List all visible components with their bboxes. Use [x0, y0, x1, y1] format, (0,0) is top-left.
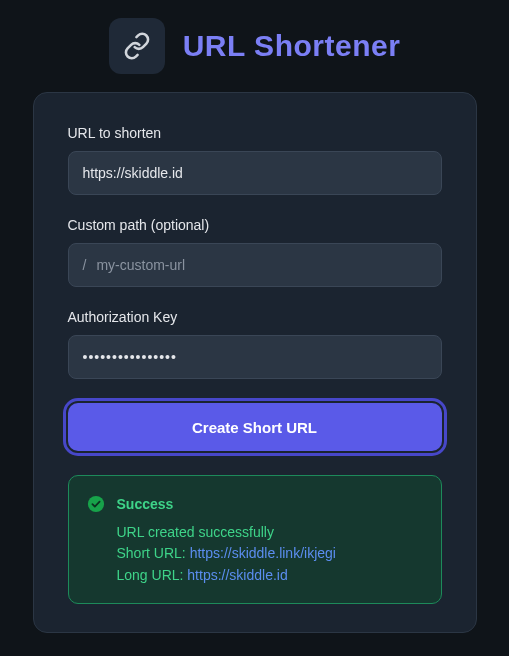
auth-field-group: Authorization Key [68, 309, 442, 379]
path-input-wrapper[interactable]: / [68, 243, 442, 287]
path-prefix: / [83, 257, 87, 273]
url-label: URL to shorten [68, 125, 442, 141]
app-logo [109, 18, 165, 74]
path-label: Custom path (optional) [68, 217, 442, 233]
long-url-link[interactable]: https://skiddle.id [187, 567, 287, 583]
path-input[interactable] [96, 257, 426, 273]
short-url-line: Short URL: https://skiddle.link/ikjegi [117, 543, 423, 565]
link-icon [123, 32, 151, 60]
success-panel: Success URL created successfully Short U… [68, 475, 442, 604]
create-short-url-button[interactable]: Create Short URL [68, 403, 442, 451]
svg-point-0 [87, 496, 103, 512]
check-circle-icon [87, 495, 105, 513]
long-url-label: Long URL: [117, 567, 184, 583]
success-message: URL created successfully [117, 522, 423, 544]
auth-label: Authorization Key [68, 309, 442, 325]
shortener-card: URL to shorten Custom path (optional) / … [33, 92, 477, 633]
app-title: URL Shortener [183, 29, 401, 63]
url-field-group: URL to shorten [68, 125, 442, 195]
path-field-group: Custom path (optional) / [68, 217, 442, 287]
short-url-label: Short URL: [117, 545, 186, 561]
short-url-link[interactable]: https://skiddle.link/ikjegi [190, 545, 336, 561]
long-url-line: Long URL: https://skiddle.id [117, 565, 423, 587]
url-input[interactable] [68, 151, 442, 195]
success-content: Success URL created successfully Short U… [117, 494, 423, 587]
success-title: Success [117, 494, 423, 516]
app-header: URL Shortener [109, 18, 401, 74]
auth-input[interactable] [68, 335, 442, 379]
